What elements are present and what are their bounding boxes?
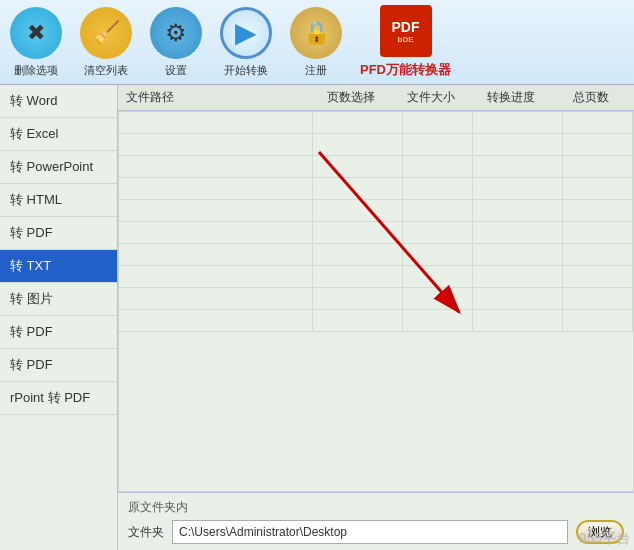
watermark: 955平台 <box>579 530 630 548</box>
sidebar-item-ppt[interactable]: 转 PowerPoint <box>0 151 117 184</box>
clear-button[interactable]: 🧹 清空列表 <box>80 7 132 78</box>
table-header: 文件路径 页数选择 文件大小 转换进度 总页数 <box>118 85 634 111</box>
table-row <box>119 134 633 156</box>
folder-label: 文件夹 <box>128 524 164 541</box>
content-area: 文件路径 页数选择 文件大小 转换进度 总页数 <box>118 85 634 550</box>
table-row <box>119 222 633 244</box>
bottom-row: 文件夹 浏览 <box>128 520 624 544</box>
app-name: PFD万能转换器 <box>360 61 451 79</box>
col-pages: 页数选择 <box>306 89 396 106</box>
sidebar-item-pdf2[interactable]: 转 PDF <box>0 316 117 349</box>
pdf-icon: PDF bDE <box>380 5 432 57</box>
sidebar-item-pdf1[interactable]: 转 PDF <box>0 217 117 250</box>
col-filesize: 文件大小 <box>396 89 466 106</box>
clear-label: 清空列表 <box>84 63 128 78</box>
grid <box>119 112 633 491</box>
main-area: 转 Word 转 Excel 转 PowerPoint 转 HTML 转 PDF… <box>0 85 634 550</box>
sidebar-item-pdf3[interactable]: 转 PDF <box>0 349 117 382</box>
table-row <box>119 156 633 178</box>
toolbar: ✖ 删除选项 🧹 清空列表 ⚙ 设置 ▶ 开始转换 🔒 注册 PDF bDE P… <box>0 0 634 85</box>
col-total: 总页数 <box>556 89 626 106</box>
table-row <box>119 112 633 134</box>
sidebar: 转 Word 转 Excel 转 PowerPoint 转 HTML 转 PDF… <box>0 85 118 550</box>
delete-icon: ✖ <box>10 7 62 59</box>
sidebar-item-img[interactable]: 转 图片 <box>0 283 117 316</box>
sidebar-item-excel[interactable]: 转 Excel <box>0 118 117 151</box>
bottom-area: 原文件夹内 文件夹 浏览 <box>118 492 634 550</box>
section-label: 原文件夹内 <box>128 499 624 516</box>
start-label: 开始转换 <box>224 63 268 78</box>
settings-label: 设置 <box>165 63 187 78</box>
register-label: 注册 <box>305 63 327 78</box>
sidebar-item-ppt2[interactable]: rPoint 转 PDF <box>0 382 117 415</box>
table-body <box>118 111 634 492</box>
col-progress: 转换进度 <box>466 89 556 106</box>
table-row <box>119 288 633 310</box>
sidebar-item-txt[interactable]: 转 TXT <box>0 250 117 283</box>
settings-icon: ⚙ <box>150 7 202 59</box>
register-icon: 🔒 <box>290 7 342 59</box>
table-row <box>119 244 633 266</box>
table-row <box>119 266 633 288</box>
delete-button[interactable]: ✖ 删除选项 <box>10 7 62 78</box>
settings-button[interactable]: ⚙ 设置 <box>150 7 202 78</box>
register-button[interactable]: 🔒 注册 <box>290 7 342 78</box>
col-filepath: 文件路径 <box>126 89 306 106</box>
sidebar-item-html[interactable]: 转 HTML <box>0 184 117 217</box>
table-row <box>119 178 633 200</box>
clear-icon: 🧹 <box>80 7 132 59</box>
table-row <box>119 200 633 222</box>
delete-label: 删除选项 <box>14 63 58 78</box>
app-logo: PDF bDE PFD万能转换器 <box>360 5 451 79</box>
sidebar-item-word[interactable]: 转 Word <box>0 85 117 118</box>
table-row <box>119 310 633 332</box>
start-icon: ▶ <box>220 7 272 59</box>
start-button[interactable]: ▶ 开始转换 <box>220 7 272 78</box>
folder-input[interactable] <box>172 520 568 544</box>
